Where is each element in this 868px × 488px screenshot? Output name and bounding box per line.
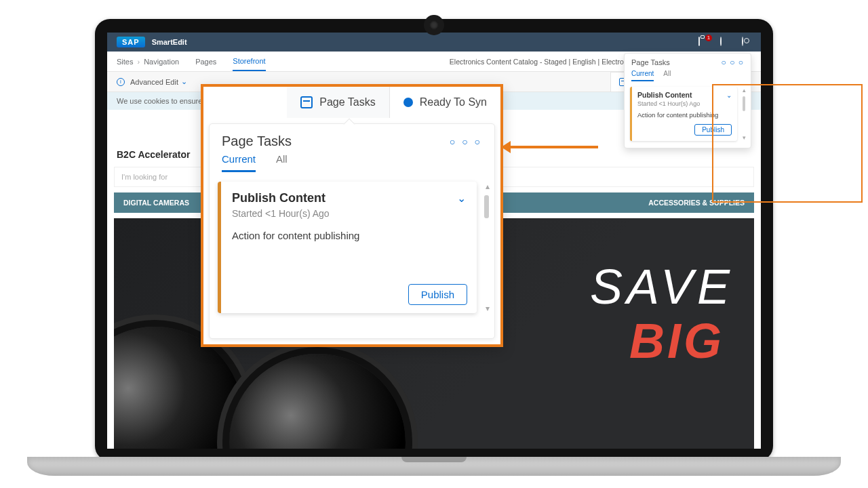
task-card[interactable]: ⌄ Publish Content Started <1 Hour(s) Ago… [218,182,477,313]
cookie-text: We use cookies to ensure [117,97,202,105]
tab-current[interactable]: Current [222,153,256,172]
zoom-popover: Page Tasks ○ ○ ○ Current All ⌄ Publish C… [209,123,495,339]
scroll-up-icon[interactable]: ▴ [743,87,746,94]
language-icon[interactable] [720,37,730,47]
zoom-toolbar: Page Tasks Ready To Syn [203,87,500,118]
info-icon[interactable]: i [117,78,125,86]
task-title: Publish Content [637,91,732,99]
scroll-up-icon[interactable]: ▴ [486,182,490,191]
page-tasks-zoom-callout: Page Tasks Ready To Syn Page Tasks ○ ○ ○… [201,84,503,347]
laptop-camera [429,20,439,30]
task-started: Started <1 Hour(s) Ago [232,208,466,219]
user-icon[interactable] [742,37,751,47]
hero-text-save: SAVE [590,259,734,314]
chevron-down-icon[interactable]: ⌄ [726,92,732,99]
task-card[interactable]: ⌄ Publish Content Started <1 Hour(s) Ago… [630,87,737,141]
edit-mode-label[interactable]: Advanced Edit [130,78,178,86]
scroll-down-icon[interactable]: ▾ [743,134,746,141]
zoom-ready-to-sync-toggle[interactable]: Ready To Syn [390,87,500,118]
chevron-right-icon: › [137,58,140,66]
sap-logo: SAP [117,37,145,47]
store-brand: B2C Accelerator [117,149,190,160]
popover-scrollbar[interactable]: ▴ ▾ [737,87,745,141]
cat-accessories[interactable]: ACCESSORIES & SUPPLIES [648,199,745,207]
callout-arrow [503,146,598,148]
tab-current[interactable]: Current [631,70,654,81]
tab-all[interactable]: All [276,153,288,172]
task-desc: Action for content publishing [637,111,732,119]
notification-badge: 1 [705,35,712,41]
task-title: Publish Content [232,191,466,205]
zoom-popover-title: Page Tasks [222,134,292,149]
scroll-down-icon[interactable]: ▾ [486,304,490,313]
page-tasks-popover: Page Tasks ○ ○ ○ Current All ⌄ Publish C… [624,53,751,148]
crumb-sites[interactable]: Sites [117,58,133,66]
popover-scrollbar[interactable]: ▴ ▾ [477,182,490,313]
chevron-down-icon[interactable]: ⌄ [457,192,466,205]
hero-text-big: BIG [629,313,724,369]
tasks-icon[interactable]: 1 [698,37,708,47]
hero-lens-graphic [229,354,406,449]
chevron-down-icon[interactable]: ⌄ [181,77,187,86]
scroll-thumb[interactable] [743,96,745,111]
tab-all[interactable]: All [663,70,671,81]
page-tasks-icon [300,96,313,108]
popover-title: Page Tasks [631,58,670,66]
scroll-thumb[interactable] [484,195,489,218]
publish-button[interactable]: Publish [694,124,732,136]
zoom-ready-to-sync-label: Ready To Syn [420,96,487,108]
crumb-pages[interactable]: Pages [195,58,216,66]
search-placeholder: I'm looking for [121,173,167,181]
task-started: Started <1 Hour(s) Ago [637,100,732,107]
task-desc: Action for content publishing [232,230,466,241]
app-name: SmartEdit [152,38,187,46]
zoom-page-tasks-label: Page Tasks [319,96,375,108]
sync-status-icon [403,98,413,107]
laptop-base [27,457,841,476]
more-menu-icon[interactable]: ○ ○ ○ [450,136,482,147]
app-header: SAP SmartEdit 1 [107,33,761,52]
crumb-navigation[interactable]: Navigation [144,58,179,66]
cat-digital-cameras[interactable]: DIGITAL CAMERAS [123,199,189,207]
more-menu-icon[interactable]: ○ ○ ○ [722,58,744,67]
crumb-storefront[interactable]: Storefront [233,57,265,71]
zoom-page-tasks-toggle[interactable]: Page Tasks [287,87,389,118]
publish-button[interactable]: Publish [408,284,467,305]
